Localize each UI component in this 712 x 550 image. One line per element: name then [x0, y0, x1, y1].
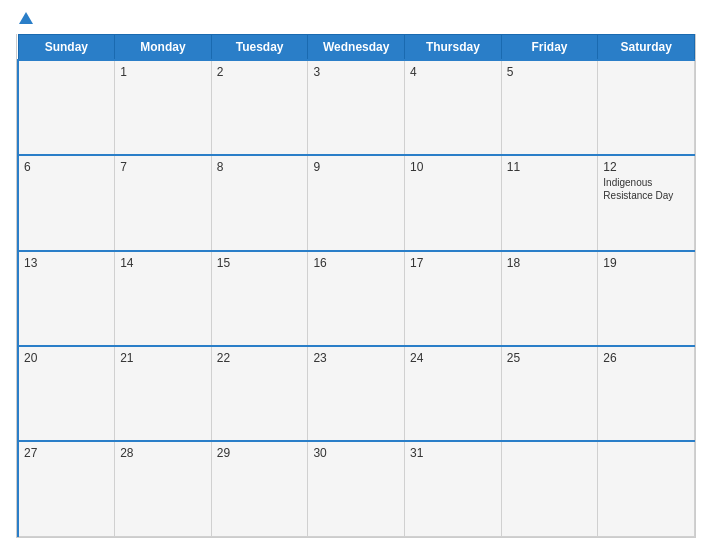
day-cell: [18, 60, 115, 155]
day-number: 14: [120, 256, 206, 270]
day-cell: [598, 441, 695, 536]
weekday-header-row: SundayMondayTuesdayWednesdayThursdayFrid…: [18, 35, 695, 61]
day-cell: 10: [405, 155, 502, 250]
day-cell: 28: [115, 441, 212, 536]
day-number: 16: [313, 256, 399, 270]
day-cell: 26: [598, 346, 695, 441]
week-row-5: 2728293031: [18, 441, 695, 536]
calendar-table: SundayMondayTuesdayWednesdayThursdayFrid…: [17, 34, 695, 537]
day-number: 29: [217, 446, 303, 460]
weekday-header-wednesday: Wednesday: [308, 35, 405, 61]
day-number: 27: [24, 446, 109, 460]
day-cell: 6: [18, 155, 115, 250]
day-cell: 31: [405, 441, 502, 536]
day-cell: 8: [211, 155, 308, 250]
day-cell: 18: [501, 251, 598, 346]
day-cell: 9: [308, 155, 405, 250]
day-number: 2: [217, 65, 303, 79]
week-row-2: 6789101112Indigenous Resistance Day: [18, 155, 695, 250]
day-cell: 13: [18, 251, 115, 346]
day-number: 6: [24, 160, 109, 174]
day-cell: 14: [115, 251, 212, 346]
day-cell: 15: [211, 251, 308, 346]
day-number: 30: [313, 446, 399, 460]
day-cell: 7: [115, 155, 212, 250]
header: [16, 12, 696, 26]
day-cell: 21: [115, 346, 212, 441]
day-number: 10: [410, 160, 496, 174]
logo: [16, 12, 33, 26]
day-number: 20: [24, 351, 109, 365]
day-cell: 19: [598, 251, 695, 346]
weekday-header-saturday: Saturday: [598, 35, 695, 61]
day-cell: 1: [115, 60, 212, 155]
day-number: 15: [217, 256, 303, 270]
day-cell: 27: [18, 441, 115, 536]
day-number: 24: [410, 351, 496, 365]
day-number: 22: [217, 351, 303, 365]
event-label: Indigenous Resistance Day: [603, 176, 689, 202]
day-number: 5: [507, 65, 593, 79]
day-number: 13: [24, 256, 109, 270]
weekday-header-thursday: Thursday: [405, 35, 502, 61]
day-number: 8: [217, 160, 303, 174]
day-cell: 30: [308, 441, 405, 536]
week-row-4: 20212223242526: [18, 346, 695, 441]
day-cell: 5: [501, 60, 598, 155]
day-cell: 4: [405, 60, 502, 155]
day-number: 12: [603, 160, 689, 174]
weekday-header-monday: Monday: [115, 35, 212, 61]
day-number: 26: [603, 351, 689, 365]
day-cell: 16: [308, 251, 405, 346]
day-cell: 11: [501, 155, 598, 250]
day-cell: 2: [211, 60, 308, 155]
day-number: 31: [410, 446, 496, 460]
day-number: 25: [507, 351, 593, 365]
day-cell: [501, 441, 598, 536]
day-cell: 20: [18, 346, 115, 441]
calendar-table-wrap: SundayMondayTuesdayWednesdayThursdayFrid…: [16, 34, 696, 538]
calendar-page: SundayMondayTuesdayWednesdayThursdayFrid…: [0, 0, 712, 550]
day-number: 7: [120, 160, 206, 174]
day-cell: 12Indigenous Resistance Day: [598, 155, 695, 250]
weekday-header-tuesday: Tuesday: [211, 35, 308, 61]
day-cell: 17: [405, 251, 502, 346]
day-cell: 3: [308, 60, 405, 155]
day-number: 9: [313, 160, 399, 174]
week-row-1: 12345: [18, 60, 695, 155]
day-number: 11: [507, 160, 593, 174]
day-number: 4: [410, 65, 496, 79]
day-number: 21: [120, 351, 206, 365]
weekday-header-sunday: Sunday: [18, 35, 115, 61]
week-row-3: 13141516171819: [18, 251, 695, 346]
day-number: 19: [603, 256, 689, 270]
day-cell: 24: [405, 346, 502, 441]
day-number: 28: [120, 446, 206, 460]
day-number: 17: [410, 256, 496, 270]
logo-triangle-icon: [19, 12, 33, 24]
day-cell: 29: [211, 441, 308, 536]
day-cell: [598, 60, 695, 155]
day-number: 23: [313, 351, 399, 365]
day-cell: 22: [211, 346, 308, 441]
weekday-header-friday: Friday: [501, 35, 598, 61]
day-cell: 23: [308, 346, 405, 441]
day-number: 3: [313, 65, 399, 79]
day-number: 1: [120, 65, 206, 79]
day-number: 18: [507, 256, 593, 270]
day-cell: 25: [501, 346, 598, 441]
